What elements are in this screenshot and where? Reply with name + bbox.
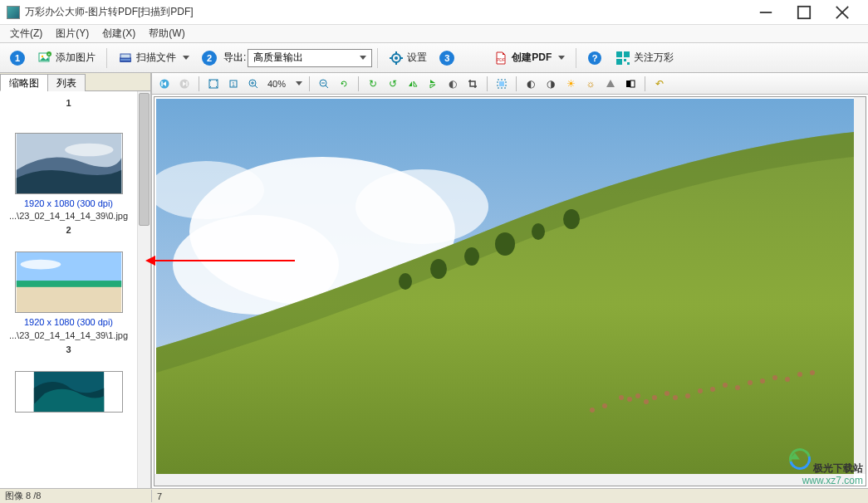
zoom-dropdown[interactable]	[296, 81, 302, 85]
about-label: 关注万彩	[634, 51, 674, 65]
svg-point-64	[644, 399, 649, 404]
thumb-page-num: 2	[7, 225, 130, 235]
thumbnail-image	[15, 133, 123, 194]
svg-rect-20	[616, 51, 622, 57]
menu-create[interactable]: 创建(X)	[96, 25, 142, 42]
content: 缩略图 列表 1 1920 x 1080 (300 dpi) ...\23_02…	[0, 73, 868, 488]
svg-point-72	[735, 385, 740, 390]
select-icon[interactable]	[494, 76, 509, 91]
step-2-badge: 2	[202, 51, 217, 66]
close-button[interactable]	[823, 0, 861, 25]
menubar: 文件(Z) 图片(Y) 创建(X) 帮助(W)	[0, 25, 868, 43]
help-button[interactable]: ?	[581, 47, 608, 69]
contrast2-icon[interactable]: ◑	[543, 76, 558, 91]
contrast-icon[interactable]: ◐	[523, 76, 538, 91]
settings-label: 设置	[407, 51, 427, 65]
add-image-button[interactable]: + 添加图片	[32, 47, 101, 69]
svg-point-73	[748, 380, 753, 385]
watermark: 极光下载站 www.xz7.com	[789, 448, 863, 486]
scan-file-button[interactable]: 扫描文件	[112, 47, 195, 69]
svg-line-44	[326, 85, 328, 88]
thumb-scrollbar[interactable]	[137, 91, 150, 488]
thumb-caption: 1920 x 1080 (300 dpi)	[7, 198, 130, 209]
export-label: 导出:	[223, 51, 246, 65]
statusbar: 图像 8 /8 7	[0, 488, 868, 503]
flip-v-icon[interactable]	[425, 76, 440, 91]
minimize-button[interactable]	[747, 0, 785, 25]
fit-window-icon[interactable]	[206, 76, 221, 91]
about-button[interactable]: 关注万彩	[610, 47, 679, 69]
undo-icon[interactable]: ↶	[652, 76, 667, 91]
titlebar: 万彩办公大师-图片转PDF[扫描到PDF]	[0, 0, 868, 25]
create-pdf-button[interactable]: PDF 创建PDF	[488, 47, 571, 69]
step-3-badge: 3	[439, 51, 454, 66]
add-image-icon: +	[37, 51, 52, 66]
svg-point-62	[627, 397, 632, 402]
svg-point-58	[495, 232, 515, 256]
rotate-left-icon[interactable]	[336, 76, 351, 91]
tab-list[interactable]: 列表	[47, 74, 86, 91]
svg-point-79	[602, 403, 607, 408]
svg-rect-22	[616, 59, 622, 65]
menu-image[interactable]: 图片(Y)	[49, 25, 96, 42]
first-page-icon[interactable]	[157, 76, 172, 91]
rotate-ccw-icon[interactable]: ↺	[385, 76, 400, 91]
last-page-icon[interactable]	[177, 76, 192, 91]
svg-rect-23	[624, 59, 626, 61]
svg-text:+: +	[48, 51, 51, 56]
svg-point-59	[532, 223, 545, 240]
tab-thumbnails[interactable]: 缩略图	[0, 74, 48, 91]
step-1-badge: 1	[10, 51, 25, 66]
thumb-path: ...\23_02_14_14_14_39\0.jpg	[7, 211, 130, 222]
svg-rect-28	[16, 285, 120, 312]
thumbnail-item[interactable]	[7, 133, 130, 194]
v-scrollbar[interactable]	[854, 97, 866, 474]
svg-point-67	[673, 395, 678, 400]
bw-icon[interactable]	[623, 76, 638, 91]
thumbnail-item[interactable]	[7, 371, 130, 413]
thumb-caption: 1920 x 1080 (300 dpi)	[7, 316, 130, 328]
svg-point-75	[772, 375, 777, 380]
menu-file[interactable]: 文件(Z)	[3, 25, 49, 42]
pdf-icon: PDF	[493, 51, 508, 66]
svg-point-61	[619, 395, 624, 400]
svg-point-65	[652, 395, 657, 400]
export-quality-combo[interactable]: 高质量输出	[248, 49, 372, 67]
help-icon: ?	[587, 51, 602, 66]
svg-point-12	[395, 56, 398, 60]
flip-h-icon[interactable]	[405, 76, 420, 91]
svg-point-77	[797, 372, 802, 377]
scrollbar-thumb[interactable]	[139, 93, 150, 226]
brightness-down-icon[interactable]: ☼	[583, 76, 598, 91]
thumbnail-item[interactable]	[7, 252, 130, 313]
gear-icon	[389, 51, 404, 66]
crop-icon[interactable]	[465, 76, 480, 91]
thumbnail-scroll: 1 1920 x 1080 (300 dpi) ...\23_02_14_14_…	[0, 91, 150, 488]
svg-rect-29	[16, 281, 120, 288]
h-scrollbar[interactable]	[154, 474, 854, 486]
svg-text:1: 1	[232, 81, 235, 87]
svg-point-69	[698, 388, 703, 393]
deskew-icon[interactable]: ◐	[445, 76, 460, 91]
settings-button[interactable]: 设置	[383, 47, 433, 69]
image-preview[interactable]	[154, 96, 866, 486]
separator	[377, 48, 378, 68]
actual-size-icon[interactable]: 1	[226, 76, 241, 91]
thumbnail-image	[15, 371, 123, 413]
svg-rect-47	[499, 81, 504, 86]
status-image-count: 图像 8 /8	[0, 490, 152, 502]
zoom-in-icon[interactable]	[246, 76, 261, 91]
menu-help[interactable]: 帮助(W)	[142, 25, 191, 42]
svg-point-60	[563, 209, 580, 229]
rotate-cw-icon[interactable]: ↻	[365, 76, 380, 91]
svg-point-66	[664, 391, 669, 396]
zoom-out-icon[interactable]	[316, 76, 331, 91]
maximize-button[interactable]	[785, 0, 823, 25]
grayscale-icon[interactable]	[603, 76, 618, 91]
svg-rect-1	[798, 6, 810, 17]
svg-text:?: ?	[592, 53, 598, 63]
svg-point-57	[464, 247, 479, 266]
svg-line-40	[255, 85, 257, 88]
brightness-up-icon[interactable]: ☀	[563, 76, 578, 91]
qr-icon	[615, 51, 630, 66]
